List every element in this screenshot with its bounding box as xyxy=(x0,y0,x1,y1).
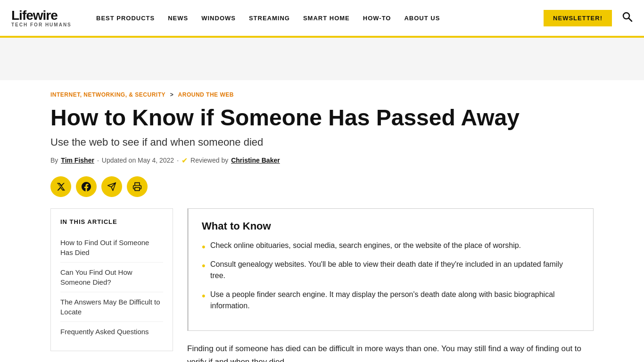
toc-title: IN THIS ARTICLE xyxy=(60,218,163,225)
nav-how-to[interactable]: HOW-TO xyxy=(363,15,391,22)
article-title: How to Know if Someone Has Passed Away xyxy=(50,106,594,131)
share-print-button[interactable] xyxy=(127,176,148,197)
advertisement-banner xyxy=(0,38,644,80)
article-body: What to Know Check online obituaries, so… xyxy=(187,208,594,362)
reviewer-link[interactable]: Christine Baker xyxy=(231,156,280,164)
toc-item-3[interactable]: The Answers May Be Difficult to Locate xyxy=(60,292,163,322)
by-label: By xyxy=(50,156,58,164)
two-column-layout: IN THIS ARTICLE How to Find Out if Someo… xyxy=(50,208,594,362)
nav-about-us[interactable]: ABOUT US xyxy=(404,15,440,22)
what-to-know-list: Check online obituaries, social media, s… xyxy=(202,240,580,312)
nav-streaming[interactable]: STREAMING xyxy=(249,15,290,22)
dot-separator-2: · xyxy=(177,156,179,164)
main-nav: BEST PRODUCTS NEWS WINDOWS STREAMING SMA… xyxy=(96,15,534,22)
reviewed-checkmark: ✔ xyxy=(182,156,188,165)
wtk-point-2: Consult genealogy websites. You'll be ab… xyxy=(202,259,580,281)
article-meta: By Tim Fisher · Updated on May 4, 2022 ·… xyxy=(50,156,594,165)
share-telegram-button[interactable] xyxy=(101,176,122,197)
toc-box: IN THIS ARTICLE How to Find Out if Someo… xyxy=(50,208,173,351)
main-content: INTERNET, NETWORKING, & SECURITY > AROUN… xyxy=(39,80,605,362)
what-to-know-box: What to Know Check online obituaries, so… xyxy=(187,208,594,331)
breadcrumb-separator: > xyxy=(170,91,174,98)
what-to-know-title: What to Know xyxy=(202,220,580,232)
logo-tagline: TECH FOR HUMANS xyxy=(11,22,77,27)
site-header: Lifewire TECH FOR HUMANS BEST PRODUCTS N… xyxy=(0,0,644,38)
share-buttons xyxy=(50,176,594,197)
nav-best-products[interactable]: BEST PRODUCTS xyxy=(96,15,155,22)
share-facebook-button[interactable] xyxy=(76,176,97,197)
breadcrumb-parent[interactable]: INTERNET, NETWORKING, & SECURITY xyxy=(50,91,165,98)
nav-news[interactable]: NEWS xyxy=(168,15,188,22)
toc-item-1[interactable]: How to Find Out if Someone Has Died xyxy=(60,233,163,263)
wtk-point-3: Use a people finder search engine. It ma… xyxy=(202,289,580,312)
share-twitter-button[interactable] xyxy=(50,176,71,197)
wtk-point-1: Check online obituaries, social media, s… xyxy=(202,240,580,251)
newsletter-button[interactable]: NEWSLETTER! xyxy=(544,10,612,26)
article-body-text: Finding out if someone has died can be d… xyxy=(187,342,594,362)
breadcrumb: INTERNET, NETWORKING, & SECURITY > AROUN… xyxy=(50,91,594,98)
dot-separator: · xyxy=(97,156,99,164)
toc-item-4[interactable]: Frequently Asked Questions xyxy=(60,322,163,341)
article-subtitle: Use the web to see if and when someone d… xyxy=(50,136,594,148)
nav-smart-home[interactable]: SMART HOME xyxy=(303,15,350,22)
svg-rect-2 xyxy=(135,187,140,190)
logo-area[interactable]: Lifewire TECH FOR HUMANS xyxy=(11,9,77,27)
nav-windows[interactable]: WINDOWS xyxy=(201,15,236,22)
search-icon[interactable] xyxy=(621,11,633,25)
breadcrumb-current[interactable]: AROUND THE WEB xyxy=(178,91,234,98)
reviewed-label: Reviewed by xyxy=(190,156,228,164)
site-logo[interactable]: Lifewire xyxy=(11,9,77,22)
svg-line-1 xyxy=(629,18,632,22)
updated-date: Updated on May 4, 2022 xyxy=(102,156,174,164)
author-link[interactable]: Tim Fisher xyxy=(61,156,94,164)
toc-item-2[interactable]: Can You Find Out How Someone Died? xyxy=(60,263,163,292)
table-of-contents: IN THIS ARTICLE How to Find Out if Someo… xyxy=(50,208,173,351)
